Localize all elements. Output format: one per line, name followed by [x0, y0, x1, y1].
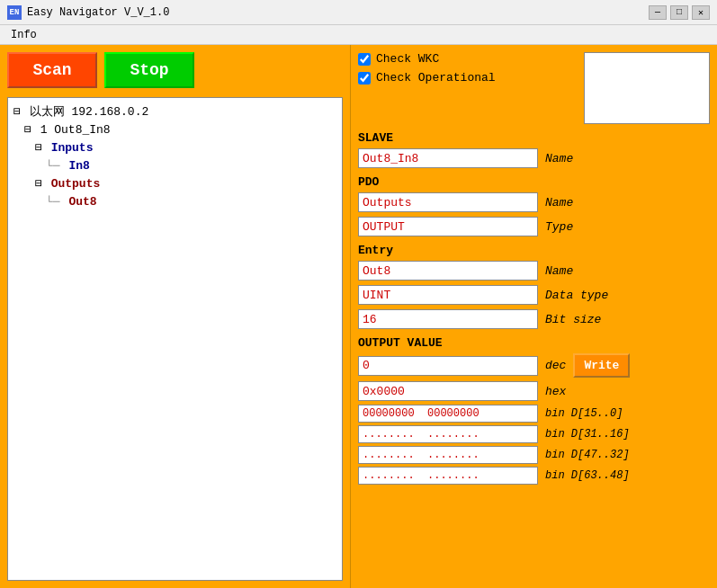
checkboxes-area: Check WKC Check Operational	[358, 52, 577, 124]
bin2-input[interactable]	[358, 425, 538, 443]
output-dec-input[interactable]	[358, 356, 538, 376]
slave-section-label: SLAVE	[358, 131, 710, 145]
window-controls: — □ ✕	[649, 5, 710, 20]
checkbox-wkc[interactable]	[358, 53, 371, 66]
maximize-button[interactable]: □	[670, 5, 688, 20]
slave-name-row: Name	[358, 148, 710, 168]
bin3-desc: bin D[47..32]	[545, 449, 630, 461]
bin2-desc: bin D[31..16]	[545, 428, 630, 441]
minimize-button[interactable]: —	[649, 5, 667, 20]
tree-device-label: 1 Out8_In8	[40, 123, 111, 137]
pdo-section-label: PDO	[358, 175, 710, 189]
expand-icon-outputs: ⊟	[35, 177, 42, 191]
expand-icon-inputs: ⊟	[35, 141, 42, 155]
pdo-name-desc: Name	[545, 196, 573, 209]
leaf-icon-out8: └─	[46, 195, 60, 209]
checkbox-operational-row: Check Operational	[358, 71, 577, 85]
tree-container: ⊟ 以太网 192.168.0.2 ⊟ 1 Out8_In8 ⊟ Inputs …	[7, 97, 343, 581]
tree-node-out8[interactable]: └─ Out8	[13, 193, 336, 211]
left-panel: Scan Stop ⊟ 以太网 192.168.0.2 ⊟ 1 Out8_In8…	[0, 45, 351, 588]
output-dec-desc: dec	[545, 359, 566, 372]
tree-outputs-label: Outputs	[51, 177, 101, 191]
checkbox-wkc-label: Check WKC	[376, 52, 439, 66]
entry-name-input[interactable]	[358, 261, 538, 281]
entry-bitsize-row: Bit size	[358, 309, 710, 329]
window-title: Easy Navigator V_V_1.0	[27, 6, 169, 19]
app-icon: EN	[7, 5, 22, 20]
tree-node-outputs[interactable]: ⊟ Outputs	[13, 175, 336, 193]
entry-name-desc: Name	[545, 264, 573, 278]
bin1-desc: bin D[15..0]	[545, 407, 623, 420]
pdo-name-input[interactable]	[358, 192, 538, 212]
tree-in8-label: In8	[68, 159, 89, 173]
checkbox-operational-label: Check Operational	[376, 71, 496, 85]
scan-button[interactable]: Scan	[7, 52, 97, 88]
write-button[interactable]: Write	[573, 353, 630, 378]
close-button[interactable]: ✕	[692, 5, 710, 20]
leaf-icon-in8: └─	[46, 159, 60, 173]
bin4-input[interactable]	[358, 467, 538, 485]
entry-datatype-input[interactable]	[358, 285, 538, 305]
white-box-top	[584, 52, 710, 124]
expand-icon-root: ⊟	[13, 105, 21, 119]
tree-node-device[interactable]: ⊟ 1 Out8_In8	[13, 121, 336, 139]
output-hex-row: hex	[358, 381, 710, 401]
pdo-type-input[interactable]	[358, 217, 538, 236]
output-value-section-label: OUTPUT VALUE	[358, 336, 710, 350]
expand-icon-device: ⊟	[24, 123, 31, 137]
pdo-type-row: Type	[358, 217, 710, 236]
checkbox-operational[interactable]	[358, 72, 371, 85]
bin1-row: bin D[15..0]	[358, 405, 710, 423]
menu-bar: Info	[0, 25, 717, 45]
tree-root[interactable]: ⊟ 以太网 192.168.0.2	[13, 103, 336, 121]
entry-datatype-desc: Data type	[545, 289, 608, 302]
bin1-input[interactable]	[358, 405, 538, 423]
checkbox-wkc-row: Check WKC	[358, 52, 577, 66]
menu-info[interactable]: Info	[7, 29, 40, 41]
entry-bitsize-desc: Bit size	[545, 313, 601, 326]
tree-node-in8[interactable]: └─ In8	[13, 157, 336, 175]
output-dec-row: dec Write	[358, 353, 710, 378]
bin3-row: bin D[47..32]	[358, 446, 710, 464]
bin4-desc: bin D[63..48]	[545, 469, 630, 482]
entry-section-label: Entry	[358, 244, 710, 257]
stop-button[interactable]: Stop	[104, 52, 194, 88]
bin4-row: bin D[63..48]	[358, 467, 710, 485]
entry-bitsize-input[interactable]	[358, 309, 538, 329]
pdo-type-desc: Type	[545, 220, 573, 234]
toolbar: Scan Stop	[7, 52, 343, 88]
title-bar: EN Easy Navigator V_V_1.0 — □ ✕	[0, 0, 717, 25]
tree-root-label: 以太网 192.168.0.2	[30, 105, 149, 119]
tree-node-inputs[interactable]: ⊟ Inputs	[13, 139, 336, 157]
tree-inputs-label: Inputs	[51, 141, 94, 155]
output-hex-input[interactable]	[358, 381, 538, 401]
right-panel: Check WKC Check Operational SLAVE Name P…	[351, 45, 717, 588]
bin2-row: bin D[31..16]	[358, 425, 710, 443]
slave-name-input[interactable]	[358, 148, 538, 168]
entry-name-row: Name	[358, 261, 710, 281]
slave-name-desc: Name	[545, 152, 573, 165]
tree-out8-label: Out8	[68, 195, 96, 209]
bin3-input[interactable]	[358, 446, 538, 464]
output-hex-desc: hex	[545, 385, 566, 398]
entry-datatype-row: Data type	[358, 285, 710, 305]
pdo-name-row: Name	[358, 192, 710, 212]
right-top: Check WKC Check Operational	[358, 52, 710, 124]
main-content: Scan Stop ⊟ 以太网 192.168.0.2 ⊟ 1 Out8_In8…	[0, 45, 717, 588]
